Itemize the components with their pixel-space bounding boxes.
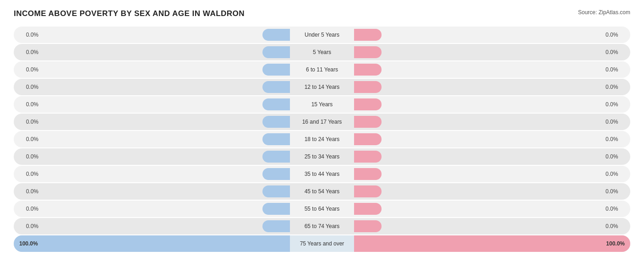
male-bar (262, 185, 290, 197)
male-value: 0.0% (14, 223, 41, 229)
bar-container: 45 to 54 Years (41, 183, 603, 200)
female-bar (354, 64, 382, 76)
male-bar (262, 220, 290, 232)
bars-wrapper: 35 to 44 Years (41, 166, 603, 182)
female-bar (354, 29, 382, 41)
male-bar (262, 168, 290, 180)
bar-container: 25 to 34 Years (41, 148, 603, 165)
rows-container: 0.0% Under 5 Years 0.0% 0.0% (14, 27, 630, 234)
female-bar-area (354, 185, 603, 197)
bars-wrapper: 15 Years (41, 96, 603, 113)
male-bar (262, 116, 290, 128)
bars-wrapper: 12 to 14 Years (41, 79, 603, 95)
bar-container: 5 Years (41, 44, 603, 60)
bar-row: 0.0% 55 to 64 Years 0.0% (14, 201, 630, 217)
female-value: 0.0% (603, 32, 630, 38)
chart-title: INCOME ABOVE POVERTY BY SEX AND AGE IN W… (14, 9, 245, 18)
chart-area: 0.0% Under 5 Years 0.0% 0.0% (14, 27, 630, 252)
male-bar (262, 98, 290, 110)
female-full-value: 100.0% (606, 240, 625, 247)
last-bar-row: 100.0% 75 Years and over 100.0% (14, 235, 630, 252)
female-bar-area (354, 81, 603, 93)
female-bar (354, 46, 382, 58)
male-bar-area (41, 46, 290, 58)
male-bar-area (41, 133, 290, 145)
male-bar-area (41, 116, 290, 128)
female-bar (354, 151, 382, 163)
female-bar-area (354, 220, 603, 232)
female-bar (354, 220, 382, 232)
row-label: 45 to 54 Years (290, 188, 354, 195)
female-value: 0.0% (603, 66, 630, 73)
female-bar (354, 185, 382, 197)
bar-container: 16 and 17 Years (41, 114, 603, 130)
male-bar-area (41, 168, 290, 180)
female-bar-area (354, 151, 603, 163)
bars-wrapper: 6 to 11 Years (41, 61, 603, 78)
male-bar-area (41, 64, 290, 76)
male-bar (262, 203, 290, 215)
bars-wrapper: 65 to 74 Years (41, 218, 603, 234)
female-bar-area (354, 29, 603, 41)
bar-row: 0.0% 12 to 14 Years 0.0% (14, 79, 630, 95)
female-bar-area (354, 116, 603, 128)
male-value: 0.0% (14, 171, 41, 177)
female-value: 0.0% (603, 223, 630, 229)
male-value: 0.0% (14, 206, 41, 212)
female-bar (354, 203, 382, 215)
female-bar-area (354, 168, 603, 180)
male-bar-area (41, 81, 290, 93)
bars-wrapper: 16 and 17 Years (41, 114, 603, 130)
male-value: 0.0% (14, 119, 41, 125)
source-label: Source: ZipAtlas.com (578, 9, 630, 16)
male-full-bar: 100.0% (14, 235, 290, 252)
row-label: 12 to 14 Years (290, 84, 354, 90)
bar-container: Under 5 Years (41, 27, 603, 43)
last-row-label: 75 Years and over (290, 240, 354, 247)
female-bar-area (354, 98, 603, 110)
female-bar-area (354, 203, 603, 215)
bar-row: 0.0% 16 and 17 Years 0.0% (14, 114, 630, 130)
female-bar (354, 168, 382, 180)
bars-wrapper: 18 to 24 Years (41, 131, 603, 147)
male-bar-area (41, 203, 290, 215)
bar-container: 65 to 74 Years (41, 218, 603, 234)
male-bar-area (41, 151, 290, 163)
female-bar (354, 133, 382, 145)
title-row: INCOME ABOVE POVERTY BY SEX AND AGE IN W… (14, 9, 630, 18)
bars-wrapper: 5 Years (41, 44, 603, 60)
row-label: 65 to 74 Years (290, 223, 354, 229)
female-value: 0.0% (603, 188, 630, 195)
male-value: 0.0% (14, 84, 41, 90)
male-bar-area (41, 29, 290, 41)
row-label: 55 to 64 Years (290, 206, 354, 212)
row-label: 6 to 11 Years (290, 66, 354, 73)
bar-container: 55 to 64 Years (41, 201, 603, 217)
bar-row: 0.0% 25 to 34 Years 0.0% (14, 148, 630, 165)
female-bar (354, 81, 382, 93)
bar-container: 15 Years (41, 96, 603, 113)
male-bar-area (41, 185, 290, 197)
female-value: 0.0% (603, 136, 630, 142)
male-bar (262, 29, 290, 41)
female-full-bar: 100.0% (354, 235, 630, 252)
male-value: 0.0% (14, 188, 41, 195)
row-label: 35 to 44 Years (290, 171, 354, 177)
female-value: 0.0% (603, 171, 630, 177)
male-value: 0.0% (14, 32, 41, 38)
female-value: 0.0% (603, 153, 630, 160)
row-label: 5 Years (290, 49, 354, 55)
male-value: 0.0% (14, 101, 41, 108)
male-bar (262, 81, 290, 93)
female-value: 0.0% (603, 101, 630, 108)
bar-container: 18 to 24 Years (41, 131, 603, 147)
female-bar-area (354, 64, 603, 76)
female-value: 0.0% (603, 49, 630, 55)
bars-wrapper: Under 5 Years (41, 27, 603, 43)
row-label: 16 and 17 Years (290, 119, 354, 125)
male-value: 0.0% (14, 136, 41, 142)
bar-container: 6 to 11 Years (41, 61, 603, 78)
bar-row: 0.0% 6 to 11 Years 0.0% (14, 61, 630, 78)
bars-wrapper: 25 to 34 Years (41, 148, 603, 165)
row-label: 25 to 34 Years (290, 153, 354, 160)
